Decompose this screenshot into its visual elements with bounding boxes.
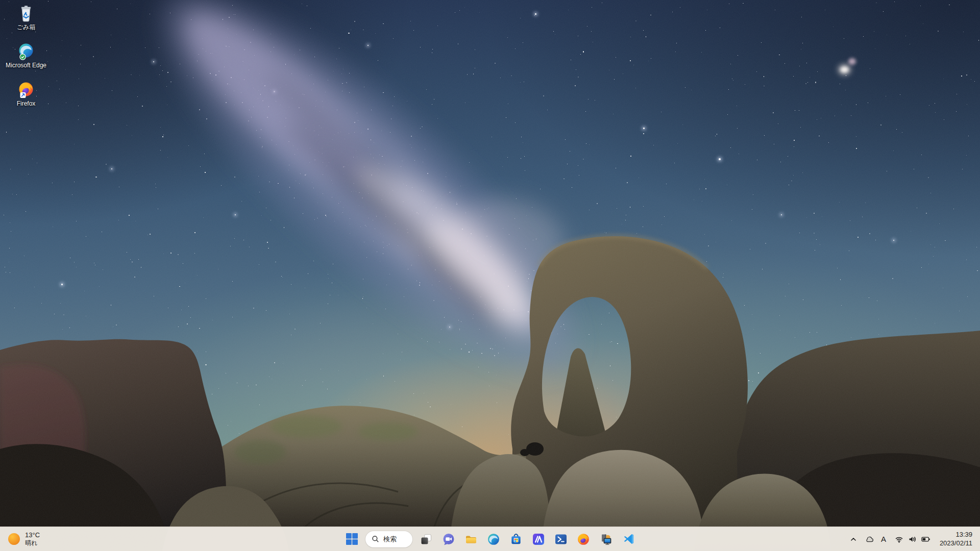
file-explorer-icon xyxy=(464,533,478,546)
weather-temperature: 13°C xyxy=(25,531,40,539)
desktop-icon-label: ごみ箱 xyxy=(17,24,36,31)
firefox-icon xyxy=(17,81,35,99)
powershell-icon xyxy=(554,533,568,546)
desktop-icon-column: ごみ箱 Microsoft Edge xyxy=(3,4,49,107)
vscode-icon xyxy=(622,533,635,545)
volume-icon xyxy=(908,535,917,543)
tray-hidden-icons-button[interactable] xyxy=(846,529,861,549)
taskbar-center-group: 検索 xyxy=(340,527,640,551)
desktop-icon-recycle-bin[interactable]: ごみ箱 xyxy=(3,4,49,31)
firefox-icon xyxy=(577,533,590,546)
m-app-icon xyxy=(532,533,545,546)
taskbar-microsoft-edge[interactable] xyxy=(482,528,505,550)
chat-icon xyxy=(442,533,455,546)
edge-icon xyxy=(17,42,35,61)
taskbar-remote-desktop[interactable] xyxy=(595,528,617,550)
ime-mode-indicator: A xyxy=(881,535,886,543)
wifi-icon xyxy=(895,535,903,543)
search-label: 検索 xyxy=(383,535,397,544)
film-grain-overlay xyxy=(0,0,980,551)
battery-icon xyxy=(921,535,930,543)
microsoft-store-icon xyxy=(509,533,523,546)
chevron-up-icon xyxy=(849,535,857,543)
desktop-icon-microsoft-edge[interactable]: Microsoft Edge xyxy=(3,42,49,69)
desktop-icon-label: Firefox xyxy=(17,101,36,108)
desktop-icon-label: Microsoft Edge xyxy=(6,62,46,69)
taskbar-powershell[interactable] xyxy=(550,528,572,550)
taskbar-task-view[interactable] xyxy=(415,528,437,550)
clock-date: 2023/02/11 xyxy=(940,539,972,548)
windows-start-icon xyxy=(346,533,358,545)
tray-ime-mode-button[interactable]: A xyxy=(878,529,889,549)
clock-time: 13:39 xyxy=(940,531,972,539)
weather-widget[interactable]: 13°C 晴れ xyxy=(0,527,48,551)
system-tray: A xyxy=(846,527,980,551)
weather-condition: 晴れ xyxy=(25,539,40,547)
search-icon xyxy=(372,535,379,543)
desktop-icon-firefox[interactable]: Firefox xyxy=(3,81,49,108)
windows-desktop: ごみ箱 Microsoft Edge xyxy=(0,0,980,551)
sun-icon xyxy=(8,533,20,545)
taskbar-vscode[interactable] xyxy=(617,528,640,550)
taskbar-chat[interactable] xyxy=(437,528,460,550)
tray-clock[interactable]: 13:39 2023/02/11 xyxy=(940,531,972,548)
taskbar-microsoft-store[interactable] xyxy=(505,528,527,550)
taskbar-firefox[interactable] xyxy=(572,528,595,550)
taskbar-file-explorer[interactable] xyxy=(460,528,482,550)
tray-network-volume-battery[interactable] xyxy=(890,529,935,549)
edge-icon xyxy=(487,533,500,546)
taskbar-m-app[interactable] xyxy=(527,528,550,550)
wallpaper xyxy=(0,0,980,551)
taskbar-search[interactable]: 検索 xyxy=(365,531,412,547)
task-view-icon xyxy=(420,533,432,545)
start-button[interactable] xyxy=(340,528,363,550)
remote-desktop-icon xyxy=(599,533,612,546)
tray-onedrive-button[interactable] xyxy=(862,529,877,549)
taskbar: 13°C 晴れ 検索 xyxy=(0,527,980,551)
onedrive-cloud-icon xyxy=(865,535,874,543)
recycle-bin-icon xyxy=(17,4,35,22)
